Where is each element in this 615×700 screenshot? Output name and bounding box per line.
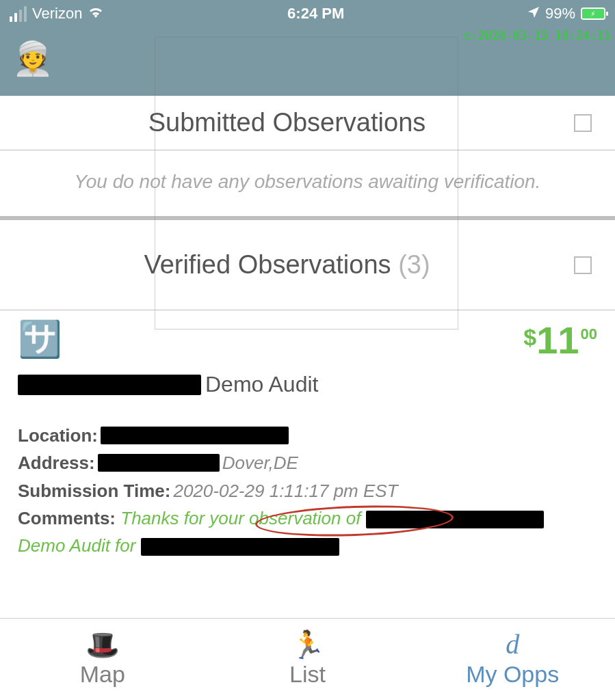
location-row: Location: (18, 422, 597, 449)
card-top: 🈂️ $ 11 00 (18, 321, 597, 360)
redacted-text (18, 375, 201, 395)
carrier-label: Verizon (32, 5, 82, 23)
charging-bolt-icon: ⚡︎ (590, 10, 596, 18)
tab-myopps-label: My Opps (466, 661, 559, 688)
observation-price: $ 11 00 (523, 321, 597, 360)
runner-icon: 🏃 (291, 631, 325, 658)
redacted-text (98, 454, 220, 472)
tab-myopps[interactable]: d My Opps (410, 619, 615, 700)
observation-icon: 🈂️ (18, 321, 62, 357)
submitted-checkbox[interactable] (574, 114, 592, 132)
observation-title-suffix: Demo Audit (205, 372, 318, 397)
tab-map-label: Map (80, 661, 125, 688)
observation-card[interactable]: 🈂️ $ 11 00 Demo Audit Location: Address:… (0, 310, 615, 565)
tab-list[interactable]: 🏃 List (205, 619, 410, 700)
debug-timestamp: c:2020-03-15 18:24:11 (464, 29, 611, 42)
tab-map[interactable]: 🎩 Map (0, 619, 205, 700)
submission-label: Submission Time: (18, 477, 170, 504)
redacted-text (101, 427, 289, 444)
location-label: Location: (18, 422, 98, 449)
battery-pct: 99% (545, 5, 575, 23)
verified-section-header: Verified Observations (3) (0, 220, 615, 310)
submitted-empty-message: You do not have any observations awaitin… (0, 150, 615, 216)
address-city: Dover,DE (222, 449, 298, 476)
address-label: Address: (18, 449, 95, 476)
signal-bars-icon (10, 6, 27, 22)
submission-value: 2020-02-29 1:11:17 pm EST (173, 477, 397, 504)
price-cents: 00 (581, 325, 597, 343)
comments-label: Comments: (18, 508, 116, 528)
status-right: 99% ⚡︎ (527, 5, 605, 23)
status-time: 6:24 PM (287, 5, 344, 23)
tab-list-label: List (289, 661, 326, 688)
status-bar: Verizon 6:24 PM 99% ⚡︎ (0, 0, 615, 27)
location-arrow-icon (527, 5, 540, 23)
observation-title: Demo Audit (18, 372, 597, 397)
myopps-glyph-icon: d (506, 631, 519, 658)
status-left: Verizon (10, 5, 104, 23)
comments-row: Comments: Thanks for your observation of… (18, 504, 597, 560)
app-header: 👳 c:2020-03-15 18:24:11 (0, 27, 615, 96)
price-currency: $ (523, 324, 536, 351)
wifi-icon (88, 5, 104, 23)
tophat-icon: 🎩 (86, 631, 120, 658)
avatar[interactable]: 👳 (12, 42, 53, 75)
address-row: Address: Dover,DE (18, 449, 597, 476)
price-whole: 11 (536, 321, 579, 360)
comments-text-1: Thanks for your observation of (120, 508, 361, 528)
submitted-section-header: Submitted Observations (0, 96, 615, 150)
comments-text-2: Demo Audit for (18, 535, 135, 556)
redacted-text (141, 538, 339, 556)
submission-row: Submission Time: 2020-02-29 1:11:17 pm E… (18, 477, 597, 504)
redacted-text (366, 511, 544, 528)
observation-details: Location: Address: Dover,DE Submission T… (18, 422, 597, 559)
battery-icon: ⚡︎ (581, 8, 605, 20)
verified-title: Verified Observations (3) (0, 250, 574, 280)
submitted-title: Submitted Observations (0, 108, 574, 137)
verified-count: (3) (398, 250, 430, 279)
verified-title-text: Verified Observations (144, 250, 391, 279)
tab-bar: 🎩 Map 🏃 List d My Opps (0, 618, 615, 700)
verified-checkbox[interactable] (574, 256, 592, 274)
